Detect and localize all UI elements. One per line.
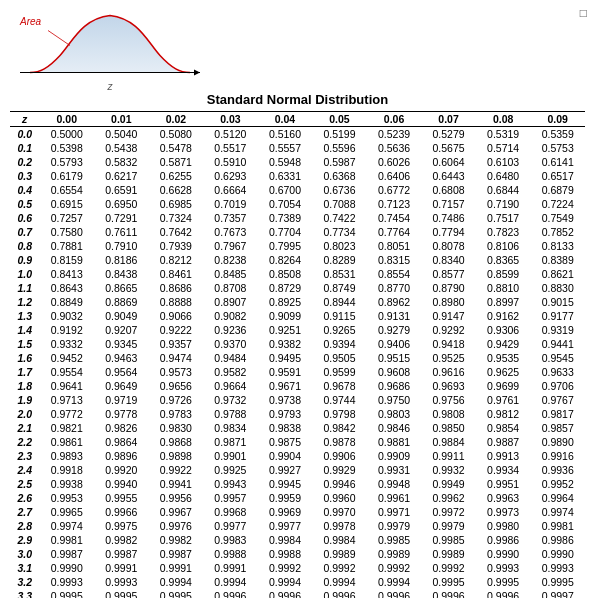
table-cell: 0.9625 [476,365,531,379]
table-cell: 0.9986 [476,533,531,547]
table-cell: 0.7642 [149,225,204,239]
table-cell: 0.8621 [530,267,585,281]
table-cell: 0.9984 [312,533,367,547]
table-cell: 0.9901 [203,449,258,463]
table-cell: 0.7357 [203,211,258,225]
table-cell: 0.8186 [94,253,149,267]
table-cell: 0.5199 [312,127,367,142]
table-row: 1.50.93320.93450.93570.93700.93820.93940… [10,337,585,351]
table-cell: 0.9082 [203,309,258,323]
table-cell: 0.6255 [149,169,204,183]
table-cell: 0.9986 [530,533,585,547]
table-cell: 0.5000 [39,127,94,142]
header-0.06: 0.06 [367,112,422,127]
table-cell: 0.8925 [258,295,313,309]
table-cell: 0.9995 [94,589,149,598]
table-cell: 0.9997 [530,589,585,598]
row-z-value: 1.8 [10,379,39,393]
table-cell: 0.6808 [421,183,476,197]
table-cell: 0.5753 [530,141,585,155]
table-cell: 0.8962 [367,295,422,309]
table-cell: 0.6700 [258,183,313,197]
table-cell: 0.5478 [149,141,204,155]
table-cell: 0.5279 [421,127,476,142]
table-cell: 0.9994 [149,575,204,589]
table-cell: 0.9890 [530,435,585,449]
table-cell: 0.9934 [476,463,531,477]
table-cell: 0.8238 [203,253,258,267]
table-row: 2.60.99530.99550.99560.99570.99590.99600… [10,491,585,505]
table-cell: 0.9319 [530,323,585,337]
table-cell: 0.9920 [94,463,149,477]
row-z-value: 1.0 [10,267,39,281]
table-cell: 0.5636 [367,141,422,155]
table-cell: 0.9985 [367,533,422,547]
table-row: 0.10.53980.54380.54780.55170.55570.55960… [10,141,585,155]
table-cell: 0.9744 [312,393,367,407]
table-cell: 0.9767 [530,393,585,407]
row-z-value: 0.6 [10,211,39,225]
table-cell: 0.8577 [421,267,476,281]
table-cell: 0.8869 [94,295,149,309]
table-cell: 0.9732 [203,393,258,407]
row-z-value: 0.1 [10,141,39,155]
table-cell: 0.9981 [530,519,585,533]
table-cell: 0.9834 [203,421,258,435]
table-cell: 0.9279 [367,323,422,337]
table-row: 1.70.95540.95640.95730.95820.95910.95990… [10,365,585,379]
table-cell: 0.9878 [312,435,367,449]
table-cell: 0.8997 [476,295,531,309]
table-cell: 0.5793 [39,155,94,169]
table-cell: 0.8686 [149,281,204,295]
table-cell: 0.8159 [39,253,94,267]
table-cell: 0.9554 [39,365,94,379]
table-cell: 0.8133 [530,239,585,253]
table-cell: 0.9599 [312,365,367,379]
table-cell: 0.7389 [258,211,313,225]
table-row: 0.60.72570.72910.73240.73570.73890.74220… [10,211,585,225]
table-cell: 0.8212 [149,253,204,267]
svg-marker-1 [194,70,200,76]
table-cell: 0.9750 [367,393,422,407]
table-cell: 0.8888 [149,295,204,309]
table-cell: 0.5359 [530,127,585,142]
table-cell: 0.9988 [258,547,313,561]
table-cell: 0.9994 [367,575,422,589]
row-z-value: 3.2 [10,575,39,589]
table-cell: 0.6950 [94,197,149,211]
row-z-value: 2.9 [10,533,39,547]
table-cell: 0.8051 [367,239,422,253]
table-row: 2.30.98930.98960.98980.99010.99040.99060… [10,449,585,463]
table-cell: 0.9904 [258,449,313,463]
row-z-value: 3.1 [10,561,39,575]
row-z-value: 2.2 [10,435,39,449]
row-z-value: 3.3 [10,589,39,598]
table-row: 3.20.99930.99930.99940.99940.99940.99940… [10,575,585,589]
table-cell: 0.9545 [530,351,585,365]
table-cell: 0.8643 [39,281,94,295]
table-cell: 0.9995 [530,575,585,589]
row-z-value: 0.9 [10,253,39,267]
table-cell: 0.9830 [149,421,204,435]
table-cell: 0.7517 [476,211,531,225]
table-cell: 0.6026 [367,155,422,169]
table-cell: 0.9616 [421,365,476,379]
table-cell: 0.6064 [421,155,476,169]
table-cell: 0.8508 [258,267,313,281]
table-cell: 0.6217 [94,169,149,183]
table-cell: 0.8365 [476,253,531,267]
table-cell: 0.9974 [530,505,585,519]
table-cell: 0.9591 [258,365,313,379]
table-cell: 0.9943 [203,477,258,491]
table-cell: 0.7823 [476,225,531,239]
row-z-value: 2.3 [10,449,39,463]
table-cell: 0.8944 [312,295,367,309]
table-cell: 0.9979 [367,519,422,533]
chart-area: Area z [10,8,210,88]
table-cell: 0.8264 [258,253,313,267]
table-cell: 0.6368 [312,169,367,183]
header-0.01: 0.01 [94,112,149,127]
table-cell: 0.9991 [94,561,149,575]
table-cell: 0.9992 [258,561,313,575]
table-cell: 0.9772 [39,407,94,421]
